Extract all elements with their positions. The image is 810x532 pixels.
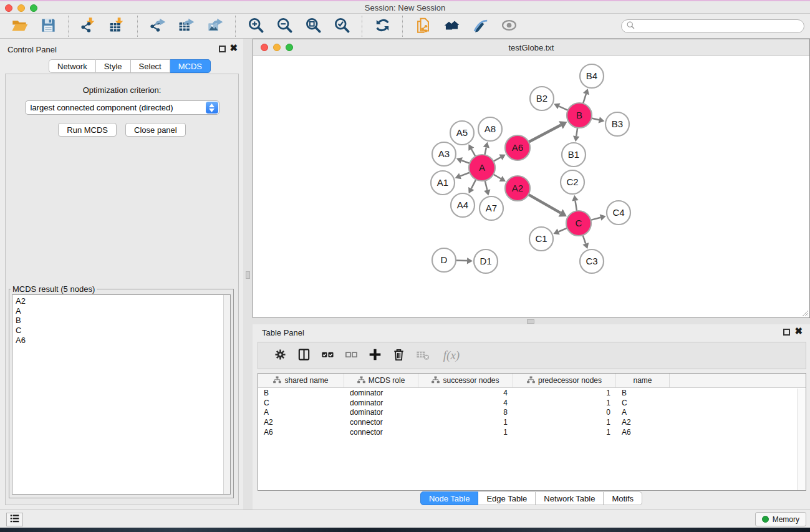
table-cell[interactable]: 4 [418,388,513,398]
close-panel-icon[interactable]: ✖ [794,325,803,337]
import-network-button[interactable] [79,17,98,36]
column-header-successor-nodes[interactable]: successor nodes [418,374,513,387]
graph-node-A6[interactable]: A6 [505,135,530,160]
zoom-out-button[interactable] [275,17,294,36]
table-cell[interactable]: connector [344,417,418,427]
save-button[interactable] [39,17,57,36]
function-builder-button[interactable]: f(x) [438,347,465,364]
table-cell[interactable]: 1 [418,427,513,437]
divider-grip[interactable] [246,271,250,279]
run-mcds-button[interactable]: Run MCDS [58,123,117,137]
table-cell[interactable]: C [258,398,344,408]
tab-network[interactable]: Network [49,59,96,73]
table-cell[interactable]: A6 [258,427,344,437]
tab-node-table[interactable]: Node Table [420,491,479,505]
search-field[interactable] [621,19,804,33]
tab-edge-table[interactable]: Edge Table [478,491,536,505]
divider-grip[interactable] [527,319,534,324]
column-header-mcds-role[interactable]: MCDS role [344,374,418,387]
graph-node-C1[interactable]: C1 [529,227,553,251]
vertical-split-divider[interactable] [243,39,253,510]
table-cell[interactable]: 0 [513,407,616,417]
table-cell[interactable]: A [616,407,670,417]
table-row[interactable]: Adominator80A [258,407,806,417]
table-settings-button[interactable] [272,347,288,364]
add-column-button[interactable] [367,347,383,364]
table-cell[interactable]: 8 [418,407,513,417]
graph-node-B2[interactable]: B2 [530,87,554,110]
table-cell[interactable]: 1 [513,398,616,408]
graph-node-A2[interactable]: A2 [505,176,530,201]
column-header-name[interactable]: name [616,374,670,387]
graph-node-A3[interactable]: A3 [432,142,456,166]
zoom-in-button[interactable] [246,17,265,36]
graph-node-D[interactable]: D [432,248,456,272]
graph-node-C2[interactable]: C2 [561,170,584,194]
window-resize-grip[interactable] [801,309,809,317]
table-cell[interactable]: dominator [344,398,418,408]
column-visibility-button[interactable] [296,347,312,364]
zoom-fit-button[interactable] [304,17,322,36]
table-row[interactable]: Bdominator41B [258,388,806,398]
float-panel-icon[interactable] [219,46,226,52]
table-cell[interactable]: 1 [418,417,513,427]
clone-network-button[interactable] [413,17,432,36]
delete-table-button[interactable] [414,347,430,364]
mcds-result-item[interactable]: A2 [12,295,230,306]
table-cell[interactable]: dominator [344,388,418,398]
home-button[interactable] [442,17,461,36]
select-all-button[interactable] [319,347,335,364]
hide-annotations-button[interactable] [471,17,489,36]
network-canvas[interactable]: AA1A2A3A4A5A6A7A8BB1B2B3B4CC1C2C3C4DD1 [253,56,809,317]
export-network-button[interactable] [148,17,167,36]
graph-node-B3[interactable]: B3 [605,112,629,136]
table-cell[interactable]: C [616,398,670,408]
tab-motifs[interactable]: Motifs [604,491,642,505]
table-cell[interactable]: A6 [616,427,670,437]
graph-node-A7[interactable]: A7 [480,196,503,220]
table-cell[interactable]: A2 [616,417,670,427]
mcds-result-item[interactable]: A [12,306,230,316]
table-row[interactable]: A6connector11A6 [258,427,806,437]
task-history-button[interactable] [6,513,23,526]
deselect-all-button[interactable] [343,347,359,364]
horizontal-split-divider[interactable] [253,318,810,324]
close-panel-icon[interactable]: ✖ [229,42,238,54]
tab-select[interactable]: Select [131,59,170,73]
table-cell[interactable]: A [258,407,344,417]
export-table-button[interactable] [177,17,196,36]
table-scrollbar[interactable] [797,389,806,490]
zoom-selected-button[interactable] [332,17,351,36]
criterion-dropdown[interactable]: largest connected component (directed) [25,100,219,115]
delete-columns-button[interactable] [390,347,407,364]
table-cell[interactable]: dominator [344,407,418,417]
table-cell[interactable]: 1 [513,417,616,427]
open-button[interactable] [10,17,29,36]
memory-button[interactable]: Memory [755,512,806,526]
search-input[interactable] [635,21,804,32]
export-image-button[interactable] [206,17,224,36]
tab-style[interactable]: Style [96,59,131,73]
table-cell[interactable]: connector [344,427,418,437]
table-cell[interactable]: A2 [258,417,344,427]
graph-node-A[interactable]: A [469,155,495,181]
mcds-result-item[interactable]: C [12,326,230,336]
mcds-result-list[interactable]: A2ABCA6 [12,294,231,495]
table-cell[interactable]: B [616,388,670,398]
column-header-shared-name[interactable]: shared name [258,374,344,387]
table-cell[interactable]: B [258,388,344,398]
graph-node-B1[interactable]: B1 [562,143,586,167]
graph-node-A4[interactable]: A4 [451,193,475,217]
graph-node-A1[interactable]: A1 [431,171,455,195]
float-panel-icon[interactable] [783,329,790,336]
graph-node-A5[interactable]: A5 [450,121,474,145]
graph-node-A8[interactable]: A8 [478,117,502,141]
column-header-predecessor-nodes[interactable]: predecessor nodes [513,374,616,387]
mcds-result-item[interactable]: A6 [12,336,230,346]
apply-layout-button[interactable] [373,17,392,36]
import-table-button[interactable] [108,17,127,36]
graph-node-C[interactable]: C [566,211,591,236]
table-row[interactable]: Cdominator41C [258,398,806,408]
table-row[interactable]: A2connector11A2 [258,417,806,427]
table-cell[interactable]: 1 [513,427,616,437]
